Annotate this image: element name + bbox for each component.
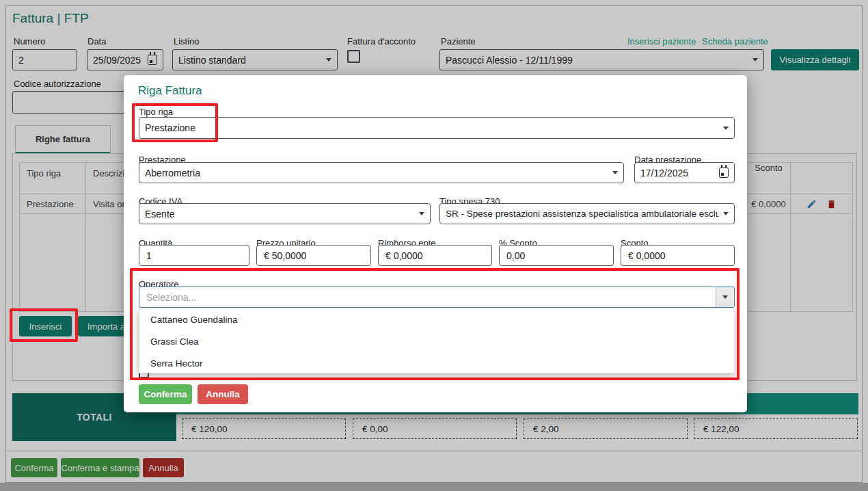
chevron-down-icon (722, 295, 728, 299)
operatore-options-list: Cattaneo Guendalina Grassi Clea Serra He… (139, 308, 735, 373)
modal-title: Riga Fattura (138, 84, 202, 98)
modal-annulla-button[interactable]: Annulla (198, 384, 248, 404)
calendar-icon[interactable] (719, 168, 729, 178)
data-prestazione-input[interactable]: 17/12/2025 (634, 162, 735, 183)
modal-conferma-button[interactable]: Conferma (139, 384, 192, 404)
operatore-option[interactable]: Cattaneo Guendalina (139, 308, 734, 330)
quantita-input[interactable] (139, 245, 249, 266)
tipo-spesa-select[interactable]: SR - Spese prestazioni assistenza specia… (439, 203, 735, 224)
chevron-down-icon (723, 127, 729, 130)
operatore-option[interactable]: Grassi Clea (139, 330, 734, 352)
app-window: Fattura | FTP Numero Data Listino Fattur… (0, 0, 868, 491)
sconto-input[interactable] (621, 245, 735, 266)
chevron-down-icon (419, 212, 424, 215)
operatore-dropdown-button[interactable] (716, 287, 734, 307)
chevron-down-icon (612, 171, 618, 174)
tipo-riga-select[interactable]: Prestazione (139, 117, 735, 139)
prezzo-unitario-input[interactable] (256, 245, 371, 266)
perc-sconto-input[interactable] (499, 245, 614, 266)
riga-fattura-modal: Riga Fattura Tipo riga Prestazione Prest… (124, 75, 747, 412)
rimborso-ente-input[interactable] (378, 245, 492, 266)
tipo-riga-label: Tipo riga (139, 107, 173, 117)
prestazione-select[interactable]: Aberrometria (139, 162, 624, 183)
operatore-combobox[interactable] (139, 287, 735, 308)
chevron-down-icon (723, 212, 729, 215)
operatore-option[interactable]: Serra Hector (139, 352, 734, 374)
operatore-input[interactable] (139, 287, 716, 307)
codice-iva-select[interactable]: Esente (139, 203, 431, 224)
